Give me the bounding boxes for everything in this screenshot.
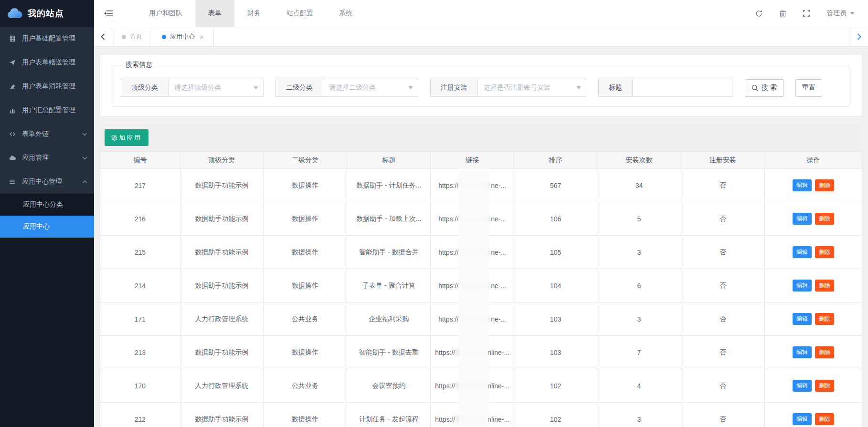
tab-app-center[interactable]: 应用中心 × (152, 27, 214, 46)
filter-row: 顶级分类 请选择顶级分类 二级分类 请选择二级分类 (121, 79, 841, 97)
register-install-select[interactable]: 选择是否注册账号安装 (477, 79, 586, 97)
sidebar-item-user-form-gift[interactable]: 用户表单赠送管理 (0, 51, 94, 74)
edit-button[interactable]: 编辑 (793, 179, 812, 191)
cell-top-category: 数据助手功能示例 (180, 202, 263, 236)
sidebar-item-app-center-category[interactable]: 应用中心分类 (0, 194, 94, 216)
col-top-category: 顶级分类 (180, 152, 263, 169)
cell-link: https://nline-... (431, 369, 514, 403)
tab-label: 首页 (130, 32, 142, 41)
filter-register-install: 注册安装 选择是否注册账号安装 (430, 79, 586, 97)
table-row: 217 数据助手功能示例 数据操作 数据助手 - 计划任务... https:/… (100, 169, 862, 202)
edit-button[interactable]: 编辑 (793, 346, 812, 358)
edit-button[interactable]: 编辑 (793, 380, 812, 392)
cell-no: 216 (100, 202, 180, 236)
sidebar-item-label: 用户表单赠送管理 (22, 58, 87, 67)
sidebar-item-user-form-consume[interactable]: 用户表单消耗管理 (0, 74, 94, 98)
cell-registered: 否 (681, 169, 764, 202)
cell-installs: 3 (597, 236, 681, 269)
delete-button[interactable]: 删除 (815, 246, 834, 258)
menu-label: 表单 (208, 9, 222, 18)
top-category-select[interactable]: 请选择顶级分类 (168, 79, 264, 97)
edit-button[interactable]: 编辑 (793, 213, 812, 225)
redacted-link-blur (456, 416, 487, 423)
top-menu-system[interactable]: 系统 (326, 0, 365, 27)
sidebar-item-form-external-link[interactable]: 表单外链 (0, 122, 94, 146)
top-menu-finance[interactable]: 财务 (234, 0, 274, 27)
delete-button[interactable]: 删除 (815, 280, 834, 292)
col-actions: 操作 (764, 152, 862, 169)
cell-sort: 567 (514, 169, 597, 202)
brand-logo[interactable]: 我的站点 (0, 0, 94, 27)
cell-sub-category: 公共业务 (263, 369, 347, 403)
cell-sub-category: 数据操作 (263, 403, 347, 427)
table-row: 214 数据助手功能示例 数据操作 子表单 - 聚合计算 https://ne-… (100, 269, 862, 302)
refresh-icon[interactable] (755, 10, 763, 18)
cloud-logo-icon (7, 8, 23, 19)
tabs-scroll-left-button[interactable] (94, 27, 112, 46)
delete-button[interactable]: 删除 (815, 179, 834, 191)
table-row: 171 人力行政管理系统 公共业务 企业福利采购 https://ne-... … (100, 302, 862, 336)
cell-no: 170 (100, 369, 180, 403)
tabs-scroll-right-button[interactable] (850, 27, 868, 46)
caret-down-icon (850, 12, 855, 15)
chevron-down-icon (82, 133, 87, 136)
search-card: 搜索信息 顶级分类 请选择顶级分类 二级分类 请选择二级分类 (100, 54, 862, 117)
sidebar-item-app-management[interactable]: 应用管理 (0, 146, 94, 170)
link-suffix: ne-... (491, 182, 506, 189)
sidebar-submenu: 应用中心分类 应用中心 (0, 194, 94, 427)
tab-dot (162, 35, 166, 39)
title-input[interactable] (632, 79, 732, 97)
caret-down-icon (254, 86, 258, 89)
sidebar: 我的站点 用户基础配置管理 用户表单赠送管理 用户表单消耗管理 用户汇总配置管理 (0, 0, 94, 427)
tab-home[interactable]: 首页 (112, 27, 152, 46)
edit-button[interactable]: 编辑 (793, 246, 812, 258)
edit-button[interactable]: 编辑 (793, 413, 812, 425)
cell-sort: 104 (514, 269, 597, 302)
cell-title: 数据助手 - 计划任务... (347, 169, 431, 202)
delete-button[interactable]: 删除 (815, 213, 834, 225)
delete-button[interactable]: 删除 (815, 313, 834, 325)
sidebar-item-user-summary-config[interactable]: 用户汇总配置管理 (0, 98, 94, 122)
cell-actions: 编辑删除 (764, 269, 862, 302)
sidebar-item-user-base-config[interactable]: 用户基础配置管理 (0, 27, 94, 51)
edit-button[interactable]: 编辑 (793, 313, 812, 325)
col-link: 链接 (431, 152, 514, 169)
link-prefix: https:// (438, 182, 458, 189)
cell-title: 数据助手 - 加载上次... (347, 202, 431, 236)
add-app-button[interactable]: 添加应用 (105, 129, 148, 146)
fullscreen-icon[interactable] (803, 10, 810, 17)
top-menu-site-config[interactable]: 站点配置 (274, 0, 326, 27)
edit-button[interactable]: 编辑 (793, 280, 812, 292)
top-menu-users-teams[interactable]: 用户和团队 (136, 0, 195, 27)
cell-actions: 编辑删除 (764, 302, 862, 336)
delete-button[interactable]: 删除 (815, 380, 834, 392)
sidebar-collapse-button[interactable] (94, 0, 123, 27)
top-menu-forms[interactable]: 表单 (195, 0, 234, 27)
tab-label: 应用中心 (170, 32, 195, 41)
link-suffix: nline-... (487, 416, 509, 423)
trash-icon[interactable] (779, 10, 786, 18)
menu-label: 站点配置 (286, 9, 313, 18)
eraser-icon (9, 83, 16, 90)
sub-category-select[interactable]: 请选择二级分类 (323, 79, 418, 97)
cell-no: 171 (100, 302, 180, 336)
reset-button[interactable]: 重置 (795, 79, 822, 97)
select-placeholder: 选择是否注册账号安装 (484, 83, 550, 92)
close-icon[interactable]: × (200, 33, 204, 41)
link-prefix: https:// (438, 215, 458, 223)
sub-category-label: 二级分类 (275, 79, 323, 97)
filter-title: 标题 (598, 79, 732, 97)
delete-button[interactable]: 删除 (815, 346, 834, 358)
cell-no: 214 (100, 269, 180, 302)
user-dropdown[interactable]: 管理员 (826, 9, 855, 18)
search-button[interactable]: 搜 索 (745, 79, 783, 97)
cell-registered: 否 (681, 403, 764, 427)
chevron-left-icon (101, 33, 105, 40)
sidebar-item-label: 用户基础配置管理 (22, 34, 87, 43)
sidebar-item-app-center[interactable]: 应用中心 (0, 216, 94, 238)
link-suffix: nline-... (487, 349, 509, 356)
cloud-icon (9, 154, 16, 162)
sidebar-item-app-center-management[interactable]: 应用中心管理 (0, 170, 94, 194)
delete-button[interactable]: 删除 (815, 413, 834, 425)
link-prefix: https:// (435, 349, 455, 356)
